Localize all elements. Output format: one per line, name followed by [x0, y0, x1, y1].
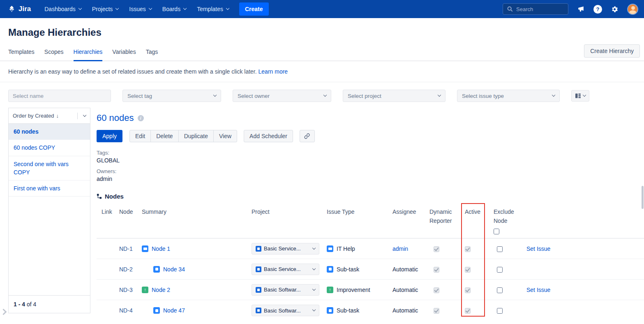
chevron-down-icon: [312, 246, 316, 250]
chevron-down-icon: [312, 308, 316, 311]
table-row: ND-3 Node 2 Basic Softwar... Improvement: [97, 280, 644, 300]
node-summary-link[interactable]: Node 47: [163, 307, 185, 314]
issue-type-label: Sub-task: [337, 266, 359, 273]
owners-value: admin: [97, 176, 644, 182]
nodes-icon: [97, 194, 102, 199]
info-icon[interactable]: i: [138, 115, 144, 121]
header-summary: Summary: [142, 207, 252, 216]
hierarchy-detail: 60 nodes i Apply Edit Delete Duplicate V…: [90, 108, 644, 321]
chevron-down-icon: [149, 7, 152, 10]
header-dynamic-reporter: Dynamic Reporter: [429, 207, 465, 225]
issue-type-icon: [142, 287, 148, 293]
tab-scopes[interactable]: Scopes: [44, 43, 64, 61]
exclude-node-checkbox[interactable]: [497, 246, 503, 252]
issue-type-icon: [327, 245, 333, 252]
project-select[interactable]: Basic Softwar...: [252, 305, 319, 316]
order-by-dropdown-icon[interactable]: [83, 113, 86, 116]
set-issue-link[interactable]: Set Issue: [526, 287, 550, 293]
issue-type-icon: [327, 266, 333, 273]
hierarchy-item[interactable]: 60 nodes COPY: [9, 140, 90, 156]
issue-type-icon: [142, 245, 148, 252]
exclude-node-checkbox[interactable]: [497, 287, 503, 293]
hierarchy-title: 60 nodes: [97, 113, 134, 123]
node-summary-link[interactable]: Node 1: [152, 245, 170, 252]
filter-issue-type-select[interactable]: Select issue type: [457, 90, 560, 102]
tabs-bar: Templates Scopes Hierarchies Variables T…: [0, 43, 644, 61]
jira-logo-icon: [7, 5, 16, 14]
node-key-link[interactable]: ND-4: [119, 307, 133, 314]
node-key-link[interactable]: ND-2: [119, 266, 133, 273]
active-checkbox: [465, 267, 471, 273]
project-select[interactable]: Basic Softwar...: [252, 284, 319, 296]
copy-link-button[interactable]: [300, 130, 315, 142]
edit-button[interactable]: Edit: [129, 130, 151, 142]
hierarchy-item[interactable]: Second one with vars COPY: [9, 156, 90, 181]
pagination: 1 - 4 of 4: [9, 295, 90, 313]
sort-desc-icon[interactable]: ↓: [56, 113, 59, 119]
node-key-link[interactable]: ND-1: [119, 245, 133, 252]
assignee-value: Automatic: [392, 307, 418, 314]
active-checkbox: [465, 308, 471, 314]
apply-button[interactable]: Apply: [97, 130, 122, 142]
create-hierarchy-button[interactable]: Create Hierarchy: [584, 44, 640, 58]
user-avatar[interactable]: [627, 4, 638, 15]
scrollbar-thumb[interactable]: [642, 186, 644, 209]
exclude-all-checkbox[interactable]: [494, 229, 499, 234]
search-input[interactable]: [516, 6, 562, 12]
chevron-down-icon: [312, 267, 316, 270]
add-scheduler-button[interactable]: Add Scheduler: [244, 130, 293, 142]
duplicate-button[interactable]: Duplicate: [178, 130, 214, 142]
assignee-value[interactable]: admin: [392, 245, 408, 252]
filter-name-input[interactable]: [8, 90, 111, 102]
header-active: Active: [465, 207, 494, 216]
gear-icon[interactable]: [611, 5, 619, 13]
node-summary-link[interactable]: Node 34: [163, 266, 185, 273]
dynamic-reporter-checkbox: [434, 308, 439, 314]
nav-templates[interactable]: Templates: [192, 0, 234, 18]
exclude-node-checkbox[interactable]: [497, 308, 503, 314]
search-box[interactable]: [503, 3, 568, 15]
jira-logo[interactable]: Jira: [7, 5, 31, 14]
chevron-down-icon: [78, 7, 82, 10]
chevron-down-icon: [183, 7, 187, 10]
nav-issues[interactable]: Issues: [124, 0, 157, 18]
view-columns-button[interactable]: [571, 90, 589, 102]
nav-dashboards[interactable]: Dashboards: [39, 0, 87, 18]
issue-type-icon: [153, 266, 160, 273]
tab-hierarchies[interactable]: Hierarchies: [74, 43, 103, 61]
node-summary-link[interactable]: Node 2: [152, 287, 170, 293]
help-icon[interactable]: ?: [593, 5, 602, 14]
filter-tag-select[interactable]: Select tag: [122, 90, 221, 102]
delete-button[interactable]: Delete: [150, 130, 178, 142]
page-title: Manage Hierarchies: [8, 27, 644, 38]
exclude-node-checkbox[interactable]: [497, 267, 503, 273]
learn-more-link[interactable]: Learn more: [259, 68, 288, 75]
project-select[interactable]: Basic Service...: [252, 243, 319, 255]
nav-boards[interactable]: Boards: [157, 0, 192, 18]
project-select[interactable]: Basic Service...: [252, 264, 319, 275]
node-key-link[interactable]: ND-3: [119, 287, 133, 293]
header-project: Project: [252, 207, 327, 216]
table-header-row: Link Node Summary Project Issue Type Ass…: [97, 205, 644, 238]
hierarchy-item[interactable]: First one with vars: [9, 181, 90, 197]
primary-nav: Dashboards Projects Issues Boards Templa…: [39, 0, 234, 18]
filter-project-select[interactable]: Select project: [343, 90, 445, 102]
order-by-header: Order by Created ↓: [9, 108, 90, 124]
header-exclude-node: Exclude Node: [494, 207, 524, 234]
megaphone-icon[interactable]: [577, 5, 585, 13]
create-button[interactable]: Create: [239, 2, 269, 16]
table-row: ND-4 Node 47 Basic Softwar... Sub-task: [97, 300, 644, 321]
header-link: Link: [102, 207, 119, 216]
issue-type-label: IT Help: [337, 245, 355, 252]
toolbar: Apply Edit Delete Duplicate View Add Sch…: [97, 130, 644, 142]
tab-templates[interactable]: Templates: [8, 43, 35, 61]
nav-projects[interactable]: Projects: [87, 0, 124, 18]
view-button[interactable]: View: [213, 130, 237, 142]
set-issue-link[interactable]: Set Issue: [526, 245, 550, 252]
filter-owner-select[interactable]: Select owner: [233, 90, 331, 102]
divider: [77, 113, 78, 119]
tab-tags[interactable]: Tags: [146, 43, 158, 61]
issue-type-label: Sub-task: [337, 307, 359, 314]
tab-variables[interactable]: Variables: [112, 43, 136, 61]
hierarchy-item[interactable]: 60 nodes: [9, 124, 90, 140]
